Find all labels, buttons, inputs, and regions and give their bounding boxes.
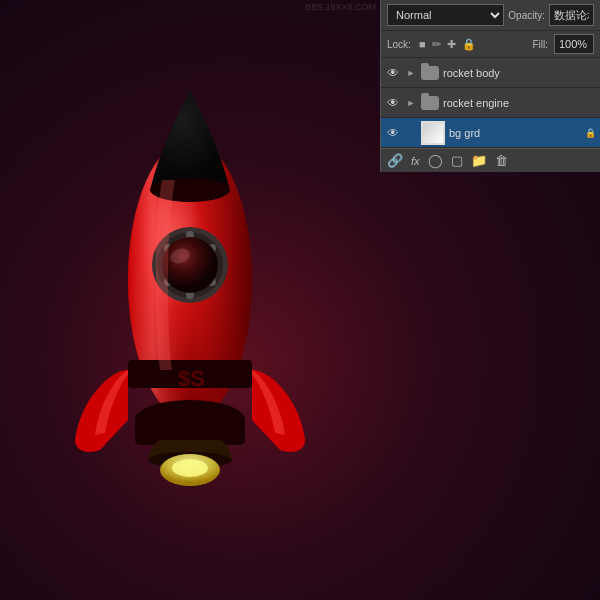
fill-label: Fill: xyxy=(532,39,548,50)
layers-panel: Normal Opacity: Lock: ■ ✏ ✚ 🔒 Fill: 👁 ► … xyxy=(380,0,600,172)
layers-list: 👁 ► rocket body 👁 ► rocket engine 👁 ► bg… xyxy=(381,58,600,148)
blend-mode-select[interactable]: Normal xyxy=(387,4,504,26)
opacity-input[interactable] xyxy=(549,4,594,26)
lock-paint-icon[interactable]: ✏ xyxy=(432,38,441,51)
link-icon[interactable]: 🔗 xyxy=(387,153,403,168)
watermark: BBS.16XX8.COM xyxy=(305,2,376,12)
lock-move-icon[interactable]: ✚ xyxy=(447,38,456,51)
rocket-illustration: $S xyxy=(60,60,320,520)
layer-item-rocket-body[interactable]: 👁 ► rocket body xyxy=(381,58,600,88)
layer-expand-icon[interactable]: ► xyxy=(405,67,417,79)
svg-point-11 xyxy=(162,237,218,293)
fill-input[interactable] xyxy=(554,34,594,54)
blend-opacity-row: Normal Opacity: xyxy=(381,0,600,31)
lock-label: Lock: xyxy=(387,39,411,50)
svg-text:$S: $S xyxy=(178,366,205,391)
svg-point-19 xyxy=(172,459,208,477)
layer-name: rocket body xyxy=(443,67,596,79)
layer-item-rocket-engine[interactable]: 👁 ► rocket engine xyxy=(381,88,600,118)
layer-name: bg grd xyxy=(449,127,581,139)
layer-visibility-icon[interactable]: 👁 xyxy=(385,65,401,81)
trash-icon[interactable]: 🗑 xyxy=(495,153,508,168)
layer-lock-icon: 🔒 xyxy=(585,128,596,138)
lock-all-icon[interactable]: 🔒 xyxy=(462,38,476,51)
adjustment-icon[interactable]: ◯ xyxy=(428,153,443,168)
layer-item-bg-grd[interactable]: 👁 ► bg grd 🔒 xyxy=(381,118,600,148)
lock-fill-row: Lock: ■ ✏ ✚ 🔒 Fill: xyxy=(381,31,600,58)
layer-expand-icon[interactable]: ► xyxy=(405,97,417,109)
layer-visibility-icon[interactable]: 👁 xyxy=(385,95,401,111)
mask-icon[interactable]: ▢ xyxy=(451,153,463,168)
opacity-label: Opacity: xyxy=(508,10,545,21)
layer-toolbar: 🔗 fx ◯ ▢ 📁 🗑 xyxy=(381,148,600,172)
new-folder-icon[interactable]: 📁 xyxy=(471,153,487,168)
layer-thumbnail xyxy=(421,121,445,145)
layer-visibility-icon[interactable]: 👁 xyxy=(385,125,401,141)
layer-name: rocket engine xyxy=(443,97,596,109)
folder-icon xyxy=(421,96,439,110)
folder-icon xyxy=(421,66,439,80)
lock-pixel-icon[interactable]: ■ xyxy=(419,38,426,50)
fx-icon[interactable]: fx xyxy=(411,155,420,167)
